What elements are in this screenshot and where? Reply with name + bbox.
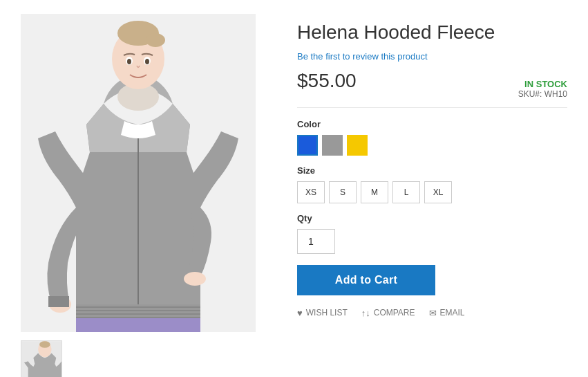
svg-point-20 bbox=[39, 341, 50, 348]
stock-status: IN STOCK bbox=[518, 79, 567, 89]
thumbnail-strip bbox=[21, 340, 62, 377]
svg-rect-17 bbox=[48, 296, 69, 307]
stock-info: IN STOCK SKU#: WH10 bbox=[518, 79, 567, 99]
qty-input[interactable] bbox=[297, 229, 335, 254]
sku: SKU#: WH10 bbox=[518, 89, 567, 99]
color-swatch-blue[interactable] bbox=[297, 135, 318, 156]
price-row: $55.00 IN STOCK SKU#: WH10 bbox=[297, 70, 567, 108]
size-btn-xl[interactable]: XL bbox=[424, 181, 452, 203]
svg-point-5 bbox=[146, 33, 165, 47]
product-thumbnail[interactable] bbox=[21, 340, 62, 377]
compare-icon: ↑↓ bbox=[361, 308, 370, 318]
email-icon: ✉ bbox=[429, 308, 437, 318]
product-price: $55.00 bbox=[297, 70, 357, 92]
size-btn-xs[interactable]: XS bbox=[297, 181, 325, 203]
qty-label: Qty bbox=[297, 213, 567, 223]
color-swatch-yellow[interactable] bbox=[347, 135, 368, 156]
size-option-section: Size XS S M L XL bbox=[297, 165, 567, 203]
heart-icon: ♥ bbox=[297, 308, 303, 318]
email-link[interactable]: ✉ EMAIL bbox=[429, 308, 465, 318]
svg-rect-14 bbox=[76, 308, 200, 310]
color-label: Color bbox=[297, 119, 567, 129]
compare-label: COMPARE bbox=[374, 308, 415, 318]
product-image-section bbox=[21, 14, 276, 377]
add-to-cart-button[interactable]: Add to Cart bbox=[297, 265, 435, 295]
size-btn-l[interactable]: L bbox=[392, 181, 420, 203]
size-buttons: XS S M L XL bbox=[297, 181, 567, 203]
action-links: ♥ WISH LIST ↑↓ COMPARE ✉ EMAIL bbox=[297, 308, 567, 318]
size-label: Size bbox=[297, 165, 567, 176]
color-swatches bbox=[297, 135, 567, 156]
size-btn-s[interactable]: S bbox=[329, 181, 357, 203]
svg-rect-13 bbox=[76, 304, 200, 306]
main-product-image bbox=[21, 14, 256, 332]
compare-link[interactable]: ↑↓ COMPARE bbox=[361, 308, 415, 318]
wishlist-link[interactable]: ♥ WISH LIST bbox=[297, 308, 348, 318]
product-title: Helena Hooded Fleece bbox=[297, 21, 567, 44]
svg-point-9 bbox=[145, 59, 149, 64]
svg-rect-16 bbox=[76, 315, 200, 317]
svg-rect-15 bbox=[76, 311, 200, 313]
review-link[interactable]: Be the first to review this product bbox=[297, 51, 567, 62]
color-swatch-gray[interactable] bbox=[322, 135, 343, 156]
qty-section: Qty bbox=[297, 213, 567, 254]
size-btn-m[interactable]: M bbox=[361, 181, 388, 203]
color-option-section: Color bbox=[297, 119, 567, 156]
product-details-section: Helena Hooded Fleece Be the first to rev… bbox=[297, 14, 567, 377]
wishlist-label: WISH LIST bbox=[306, 308, 348, 318]
email-label: EMAIL bbox=[440, 308, 465, 318]
svg-point-10 bbox=[184, 272, 206, 286]
svg-point-8 bbox=[127, 59, 131, 64]
